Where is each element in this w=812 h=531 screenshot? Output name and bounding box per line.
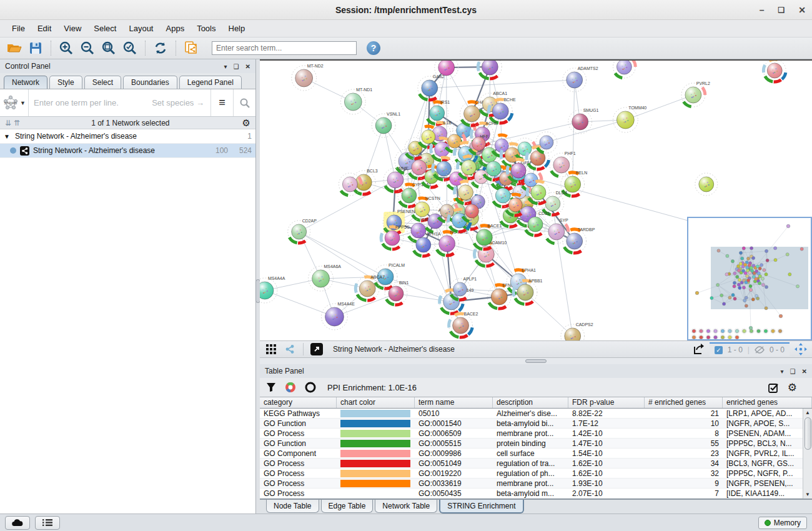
string-search-icon[interactable] — [233, 89, 255, 116]
string-share-icon[interactable] — [282, 342, 297, 356]
table-row[interactable]: GO FunctionGO:0005515protein binding1.47… — [260, 439, 812, 449]
tab-network[interactable]: Network — [4, 76, 47, 89]
protein-node-ms4a6a[interactable]: MS4A6A — [309, 264, 342, 291]
zoom-fit-icon[interactable] — [99, 39, 118, 57]
menu-file[interactable]: File — [6, 21, 31, 36]
search-input[interactable] — [212, 41, 357, 55]
grid-view-icon[interactable] — [264, 342, 279, 356]
table-row[interactable]: GO ComponentGO:0009986cell surface1.54E-… — [260, 449, 812, 459]
species-hint[interactable]: Set species → — [152, 98, 210, 107]
horizontal-splitter-handle[interactable] — [525, 359, 547, 363]
protein-node-syp[interactable]: SYP — [545, 218, 568, 244]
protein-node-mt-nd2[interactable]: MT-ND2 — [292, 64, 324, 91]
panel-close-icon[interactable]: ✕ — [245, 63, 250, 70]
column-header[interactable]: description — [493, 397, 568, 408]
menu-layout[interactable]: Layout — [123, 21, 159, 36]
network-row[interactable]: String Network - Alzheimer's disease 100… — [0, 144, 255, 158]
ring-chart-icon[interactable] — [305, 382, 316, 393]
task-list-button[interactable] — [35, 516, 60, 530]
menu-apps[interactable]: Apps — [161, 21, 191, 36]
protein-node-bace2[interactable]: BACE2 — [449, 312, 478, 337]
network-canvas[interactable]: MT-ND2MT-ND1VSNL1GAB2IRS1IL1BCHATABCA1BC… — [260, 59, 812, 340]
close-icon[interactable]: ✕ — [798, 6, 806, 14]
open-file-icon[interactable] — [5, 39, 24, 57]
menu-edit[interactable]: Edit — [32, 21, 57, 36]
tab-select[interactable]: Select — [84, 76, 121, 89]
refresh-icon[interactable] — [151, 39, 170, 57]
table-row[interactable]: GO ProcessGO:0050435beta-amyloid m...2.0… — [260, 489, 812, 499]
protein-node-ms4a4a[interactable]: MS4A4A — [260, 276, 285, 303]
menu-select[interactable]: Select — [88, 21, 122, 36]
protein-node-cadps2[interactable]: CADPS2 — [561, 322, 593, 340]
tab-legend-panel[interactable]: Legend Panel — [179, 76, 242, 89]
protein-node-notch1[interactable]: NOTCH1 — [435, 230, 468, 256]
scroll-up-icon[interactable]: ▲ — [804, 409, 812, 417]
protein-node-adamts2[interactable]: ADAMTS2 — [563, 66, 598, 92]
minimize-icon[interactable]: – — [760, 6, 765, 14]
column-header[interactable]: FDR p-value — [568, 397, 645, 408]
table-row[interactable]: GO ProcessGO:0006509membrane prot...1.42… — [260, 429, 812, 439]
table-panel-menu-icon[interactable]: ▾ — [781, 368, 784, 375]
zoom-out-icon[interactable] — [78, 39, 97, 57]
expand-all-icon[interactable]: ⇈ — [14, 119, 19, 127]
column-header[interactable]: enriched genes — [723, 397, 812, 408]
tab-network-table[interactable]: Network Table — [375, 500, 437, 513]
tab-node-table[interactable]: Node Table — [266, 500, 319, 513]
menu-help[interactable]: Help — [223, 21, 251, 36]
scroll-thumb[interactable] — [805, 417, 811, 450]
network-collection-row[interactable]: ▼ String Network - Alzheimer's disease 1 — [0, 129, 255, 144]
birdseye-view[interactable] — [687, 217, 812, 340]
string-logo-icon[interactable]: STRING ▼ — [0, 89, 29, 116]
maximize-icon[interactable]: ❑ — [778, 6, 785, 14]
string-query-input[interactable] — [29, 98, 152, 107]
selected-checkbox-icon[interactable]: ✓ — [715, 346, 723, 354]
network-options-gear-icon[interactable]: ⚙ — [242, 118, 250, 127]
protein-node-smug1[interactable]: SMUG1 — [568, 108, 599, 134]
collapse-all-icon[interactable]: ⇊ — [5, 119, 10, 127]
table-row[interactable]: GO FunctionGO:0001540beta-amyloid bi...1… — [260, 419, 812, 429]
protein-node[interactable] — [695, 173, 718, 196]
table-settings-gear-icon[interactable]: ⚙ — [788, 382, 797, 393]
tab-boundaries[interactable]: Boundaries — [123, 76, 177, 89]
protein-node-mt-nd1[interactable]: MT-ND1 — [340, 87, 372, 114]
horizontal-splitter[interactable] — [260, 358, 812, 364]
table-row[interactable]: GO ProcessGO:0051049regulation of tra...… — [260, 459, 812, 469]
table-row[interactable]: GO ProcessGO:0019220regulation of ph...1… — [260, 469, 812, 479]
export-view-icon[interactable] — [691, 342, 706, 356]
protein-node[interactable] — [536, 132, 557, 153]
menu-view[interactable]: View — [58, 21, 87, 36]
select-columns-icon[interactable] — [768, 382, 779, 393]
panel-menu-icon[interactable]: ▾ — [224, 63, 227, 70]
navigate-icon[interactable] — [793, 342, 808, 356]
table-panel-close-icon[interactable]: ✕ — [802, 368, 807, 375]
protein-node-pvrl2[interactable]: PVRL2 — [681, 81, 710, 107]
protein-node[interactable] — [613, 61, 635, 78]
menu-tools[interactable]: Tools — [191, 21, 221, 36]
protein-node-adam10[interactable]: ADAM10 — [474, 241, 507, 266]
protein-node-ms4a4e[interactable]: MS4A4E — [322, 302, 355, 330]
column-header[interactable]: # enriched genes — [645, 397, 723, 408]
string-options-icon[interactable]: ≡ — [210, 89, 233, 116]
scroll-down-icon[interactable]: ▼ — [804, 490, 812, 499]
table-row[interactable]: GO ProcessGO:0033619membrane prot...1.93… — [260, 479, 812, 489]
cloud-tasks-button[interactable] — [5, 516, 30, 530]
zoom-selected-icon[interactable] — [121, 39, 139, 57]
column-header[interactable]: term name — [415, 397, 493, 408]
column-header[interactable]: chart color — [337, 397, 415, 408]
memory-button[interactable]: Memory — [758, 517, 807, 529]
help-icon[interactable]: ? — [367, 41, 380, 55]
filter-icon[interactable] — [266, 382, 276, 392]
pie-chart-icon[interactable] — [285, 382, 296, 393]
tree-expand-icon[interactable]: ▼ — [4, 133, 15, 140]
protein-node-tomm40[interactable]: TOMM40 — [613, 106, 646, 132]
panel-float-icon[interactable]: ❑ — [234, 63, 239, 70]
table-row[interactable]: KEGG Pathways05010Alzheimer's dise...8.8… — [260, 409, 812, 419]
tab-edge-table[interactable]: Edge Table — [321, 500, 374, 513]
tab-string-enrichment[interactable]: STRING Enrichment — [439, 500, 523, 514]
column-header[interactable]: category — [260, 397, 337, 408]
save-session-icon[interactable] — [26, 39, 45, 57]
open-in-browser-icon[interactable] — [309, 342, 324, 356]
export-network-icon[interactable] — [182, 39, 201, 57]
protein-node-tardbp[interactable]: TARDBP — [563, 227, 595, 253]
tab-style[interactable]: Style — [49, 76, 82, 89]
